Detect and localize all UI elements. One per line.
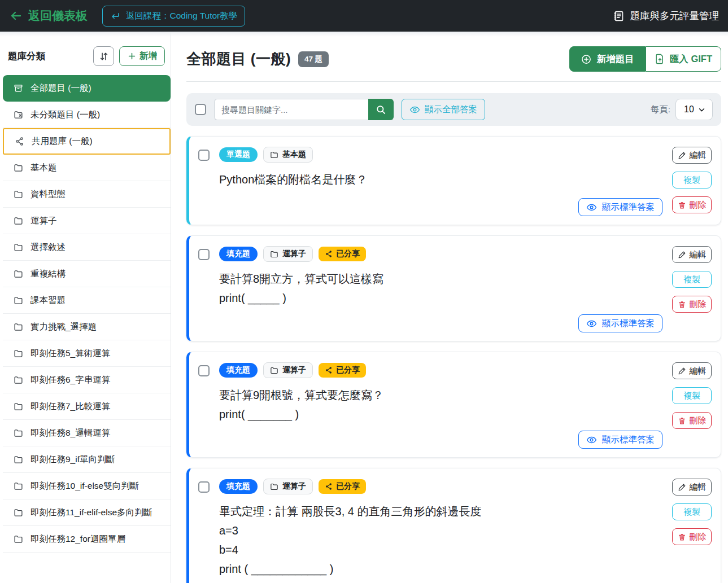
question-line: 畢式定理：計算 兩股長3, 4 的直角三角形的斜邊長度 xyxy=(219,502,481,521)
select-all-checkbox[interactable] xyxy=(195,104,206,115)
sort-categories-button[interactable] xyxy=(93,46,114,66)
header-actions: 新增題目 匯入 GIFT xyxy=(569,46,721,72)
copy-button[interactable]: 複製 xyxy=(672,172,712,189)
edit-button[interactable]: 編輯 xyxy=(672,147,712,164)
eye-icon xyxy=(586,435,597,445)
shared-badge: 已分享 xyxy=(319,363,366,378)
app-title-label: 題庫與多元評量管理 xyxy=(630,9,720,23)
per-page: 每頁: 10 xyxy=(651,99,713,120)
sidebar-item[interactable]: 資料型態 xyxy=(3,181,171,208)
trash-icon xyxy=(678,533,686,541)
copy-button[interactable]: 複製 xyxy=(672,503,712,520)
folder-icon xyxy=(14,190,23,199)
question-line: 要計算8開立方，算式可以這樣寫 xyxy=(219,269,383,288)
import-gift-button[interactable]: 匯入 GIFT xyxy=(646,46,721,72)
question-checkbox[interactable] xyxy=(198,249,210,260)
question-type-badge: 填充題 xyxy=(219,479,258,494)
back-dashboard-link[interactable]: 返回儀表板 xyxy=(9,8,88,24)
category-badge: 基本題 xyxy=(263,147,313,163)
question-checkbox[interactable] xyxy=(198,150,210,161)
navbar: 返回儀表板 返回課程：Coding Tutor教學 題庫與多元評量管理 xyxy=(0,0,728,32)
sidebar-item[interactable]: 重複結構 xyxy=(3,261,171,287)
sidebar-item[interactable]: 未分類題目 (一般) xyxy=(3,102,171,128)
share-icon xyxy=(325,250,333,258)
folder-icon xyxy=(14,243,23,252)
shared-badge: 已分享 xyxy=(319,247,366,261)
copy-button[interactable]: 複製 xyxy=(672,387,712,404)
per-page-label: 每頁: xyxy=(651,104,670,116)
share-icon xyxy=(325,483,333,490)
question-card: 填充題 運算子 已分享 要計算8開立方，算式可以這樣寫print( _____ … xyxy=(186,235,721,341)
copy-button[interactable]: 複製 xyxy=(672,271,712,288)
delete-button[interactable]: 刪除 xyxy=(672,196,712,213)
add-question-label: 新增題目 xyxy=(597,53,634,65)
folder-icon xyxy=(14,216,23,226)
folder-icon xyxy=(14,163,23,173)
delete-button[interactable]: 刪除 xyxy=(672,412,712,429)
question-text: 畢式定理：計算 兩股長3, 4 的直角三角形的斜邊長度a=3b=4print (… xyxy=(219,502,481,578)
question-text: 要計算8開立方，算式可以這樣寫print( _____ ) xyxy=(219,269,383,308)
sidebar-item[interactable]: 即刻任務6_字串運算 xyxy=(3,367,171,393)
delete-button[interactable]: 刪除 xyxy=(672,296,712,313)
category-badge: 運算子 xyxy=(263,246,313,262)
sidebar-item[interactable]: 全部題目 (一般) xyxy=(3,75,171,102)
question-checkbox[interactable] xyxy=(198,481,210,493)
search-group xyxy=(214,99,394,120)
sidebar-item[interactable]: 即刻任務10_if-else雙向判斷 xyxy=(3,473,171,499)
divider xyxy=(186,81,721,82)
sidebar-item[interactable]: 即刻任務5_算術運算 xyxy=(3,340,171,367)
folder-icon xyxy=(14,428,23,438)
show-answer-button[interactable]: 顯示標準答案 xyxy=(578,431,662,449)
add-category-button[interactable]: 新增 xyxy=(119,46,165,66)
back-course-label: 返回課程：Coding Tutor教學 xyxy=(126,10,237,22)
search-button[interactable] xyxy=(368,99,394,120)
sidebar-item[interactable]: 即刻任務11_if-elif-else多向判斷 xyxy=(3,499,171,526)
sidebar-item[interactable]: 選擇敘述 xyxy=(3,234,171,261)
folder-x-icon xyxy=(14,110,23,120)
question-line: b=4 xyxy=(219,540,481,559)
show-answer-button[interactable]: 顯示標準答案 xyxy=(578,198,662,216)
edit-button[interactable]: 編輯 xyxy=(672,246,712,263)
show-all-answers-label: 顯示全部答案 xyxy=(425,104,477,116)
folder-icon xyxy=(14,349,23,358)
delete-button[interactable]: 刪除 xyxy=(672,528,712,545)
add-question-button[interactable]: 新增題目 xyxy=(569,46,646,72)
folder-icon xyxy=(14,508,23,518)
eye-icon xyxy=(586,318,597,329)
show-all-answers-button[interactable]: 顯示全部答案 xyxy=(402,99,485,120)
question-line: a=3 xyxy=(219,521,481,540)
per-page-value: 10 xyxy=(684,104,694,115)
arrow-left-icon xyxy=(9,9,23,23)
sidebar-item[interactable]: 共用題庫 (一般) xyxy=(3,128,171,155)
archive-icon xyxy=(14,84,23,93)
question-checkbox[interactable] xyxy=(198,365,210,376)
file-up-icon xyxy=(655,54,665,64)
shared-badge: 已分享 xyxy=(319,479,366,494)
per-page-select[interactable]: 10 xyxy=(675,99,713,120)
search-panel: 顯示全部答案 每頁: 10 xyxy=(186,93,721,126)
question-type-badge: 填充題 xyxy=(219,363,258,378)
show-answer-button[interactable]: 顯示標準答案 xyxy=(578,314,662,332)
pencil-icon xyxy=(678,483,686,492)
edit-button[interactable]: 編輯 xyxy=(672,479,712,496)
back-course-button[interactable]: 返回課程：Coding Tutor教學 xyxy=(102,6,245,27)
trash-icon xyxy=(678,201,686,209)
sidebar-item[interactable]: 課本習題 xyxy=(3,287,171,314)
sidebar-item[interactable]: 即刻任務12_for迴圈單層 xyxy=(3,526,171,553)
question-card: 填充題 運算子 已分享 要計算9開根號，算式要怎麼寫？print( ______… xyxy=(186,352,721,458)
sidebar-item[interactable]: 即刻任務7_比較運算 xyxy=(3,393,171,420)
sidebar-item[interactable]: 即刻任務8_邏輯運算 xyxy=(3,420,171,446)
folder-icon xyxy=(14,402,23,411)
category-badge: 運算子 xyxy=(263,362,313,378)
sidebar-item[interactable]: 實力挑戰_選擇題 xyxy=(3,314,171,340)
sidebar-item[interactable]: 基本題 xyxy=(3,155,171,181)
trash-icon xyxy=(678,417,686,425)
sidebar-item[interactable]: 即刻任務9_if單向判斷 xyxy=(3,446,171,473)
question-card: 單選題 基本題 Python檔案的附檔名是什麼？ 編輯 複製 xyxy=(186,136,721,225)
question-list: 單選題 基本題 Python檔案的附檔名是什麼？ 編輯 複製 xyxy=(186,136,721,583)
search-input[interactable] xyxy=(214,99,368,120)
back-dashboard-label: 返回儀表板 xyxy=(28,8,88,24)
sidebar-item[interactable]: 運算子 xyxy=(3,208,171,234)
question-card: 填充題 運算子 已分享 畢式定理：計算 兩股長3, 4 的直角三角形的斜邊長度a… xyxy=(186,468,721,583)
edit-button[interactable]: 編輯 xyxy=(672,362,712,379)
